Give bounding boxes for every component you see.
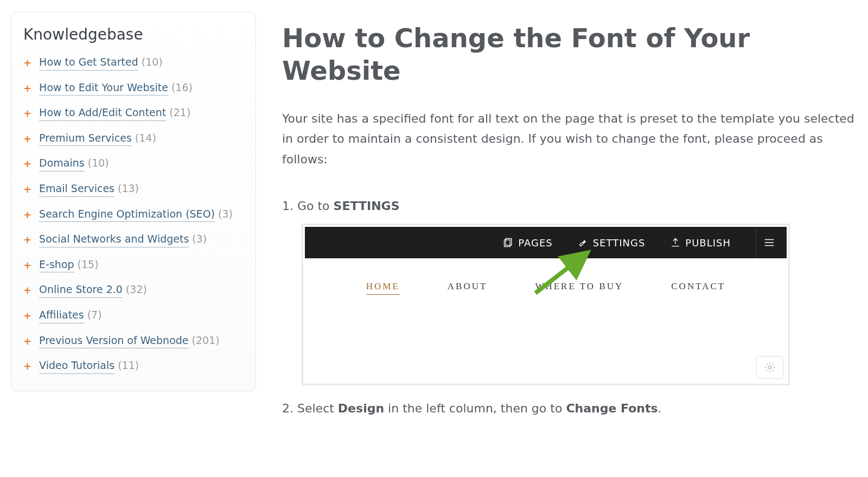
kb-item-premium-services[interactable]: + Premium Services (14) [23, 126, 244, 151]
kb-item-seo[interactable]: + Search Engine Optimization (SEO) (3) [23, 202, 244, 227]
editor-topbar: PAGES SETTINGS PUBLISH [305, 227, 787, 258]
kb-link[interactable]: Premium Services [39, 131, 132, 147]
preview-settings-button[interactable] [756, 356, 783, 379]
hamburger-icon [763, 237, 775, 249]
kb-link[interactable]: Social Networks and Widgets [39, 232, 189, 247]
site-preview-nav: HOME ABOUT WHERE TO BUY CONTACT [305, 281, 787, 295]
kb-count: (13) [118, 181, 139, 196]
step-2-bold-design: Design [338, 402, 384, 415]
kb-count: (10) [142, 55, 163, 69]
kb-count: (16) [171, 80, 193, 95]
topbar-settings-label: SETTINGS [593, 237, 646, 249]
kb-link[interactable]: How to Edit Your Website [39, 80, 168, 96]
step-2-prefix: 2. Select [282, 402, 338, 415]
nav-contact[interactable]: CONTACT [671, 281, 725, 295]
upload-icon [670, 237, 681, 248]
expand-icon[interactable]: + [23, 182, 31, 196]
sidebar-title: Knowledgebase [23, 26, 244, 43]
knowledgebase-sidebar: Knowledgebase + How to Get Started (10) … [11, 12, 256, 391]
expand-icon[interactable]: + [23, 359, 31, 373]
screenshot-settings: PAGES SETTINGS PUBLISH HOME [302, 224, 790, 385]
kb-link[interactable]: Previous Version of Webnode [39, 333, 188, 349]
article-title: How to Change the Font of Your Website [282, 22, 857, 87]
kb-count: (15) [78, 257, 99, 272]
topbar-menu-button[interactable] [756, 227, 782, 258]
svg-point-4 [768, 366, 771, 369]
expand-icon[interactable]: + [23, 258, 31, 272]
expand-icon[interactable]: + [23, 56, 31, 69]
kb-item-email-services[interactable]: + Email Services (13) [23, 176, 244, 202]
expand-icon[interactable]: + [23, 81, 31, 95]
expand-icon[interactable]: + [23, 309, 31, 322]
kb-link[interactable]: Email Services [39, 181, 114, 197]
kb-count: (32) [126, 282, 147, 297]
step-2-bold-change-fonts: Change Fonts [566, 402, 658, 415]
kb-item-domains[interactable]: + Domains (10) [23, 151, 244, 176]
kb-item-add-edit-content[interactable]: + How to Add/Edit Content (21) [23, 100, 244, 126]
nav-about[interactable]: ABOUT [448, 281, 488, 295]
expand-icon[interactable]: + [23, 233, 31, 246]
kb-count: (11) [118, 358, 139, 373]
kb-link[interactable]: Domains [39, 156, 85, 171]
kb-item-previous-version[interactable]: + Previous Version of Webnode (201) [23, 328, 244, 354]
kb-link[interactable]: Search Engine Optimization (SEO) [39, 207, 215, 222]
expand-icon[interactable]: + [23, 157, 31, 170]
kb-count: (14) [135, 131, 156, 145]
kb-count: (21) [169, 105, 190, 120]
kb-link[interactable]: Affiliates [39, 308, 84, 323]
kb-item-online-store[interactable]: + Online Store 2.0 (32) [23, 277, 244, 303]
kb-count: (10) [88, 156, 109, 170]
step-1-prefix: 1. Go to [282, 199, 334, 213]
topbar-publish-label: PUBLISH [685, 237, 731, 249]
kb-link[interactable]: Video Tutorials [39, 358, 114, 374]
kb-count: (7) [87, 308, 102, 322]
topbar-pages[interactable]: PAGES [503, 237, 552, 249]
topbar-settings[interactable]: SETTINGS [578, 237, 646, 249]
kb-link[interactable]: Online Store 2.0 [39, 282, 123, 298]
kb-item-edit-website[interactable]: + How to Edit Your Website (16) [23, 75, 244, 101]
kb-item-get-started[interactable]: + How to Get Started (10) [23, 50, 244, 75]
topbar-publish[interactable]: PUBLISH [670, 237, 731, 249]
kb-link[interactable]: E-shop [39, 257, 74, 273]
step-2: 2. Select Design in the left column, the… [282, 402, 857, 415]
kb-count: (3) [192, 232, 207, 246]
expand-icon[interactable]: + [23, 132, 31, 145]
step-2-suffix: . [658, 402, 662, 415]
kb-item-eshop[interactable]: + E-shop (15) [23, 252, 244, 278]
kb-count: (201) [192, 333, 220, 348]
kb-item-social-widgets[interactable]: + Social Networks and Widgets (3) [23, 227, 244, 252]
kb-item-affiliates[interactable]: + Affiliates (7) [23, 303, 244, 328]
nav-home[interactable]: HOME [366, 281, 400, 295]
article-lead: Your site has a specified font for all t… [282, 109, 857, 169]
article: How to Change the Font of Your Website Y… [256, 12, 857, 425]
expand-icon[interactable]: + [23, 283, 31, 297]
step-1: 1. Go to SETTINGS [282, 199, 857, 213]
kb-count: (3) [218, 207, 233, 221]
topbar-pages-label: PAGES [518, 237, 552, 249]
nav-where-to-buy[interactable]: WHERE TO BUY [535, 281, 623, 295]
kb-link[interactable]: How to Add/Edit Content [39, 105, 166, 121]
step-2-mid: in the left column, then go to [384, 402, 566, 415]
pages-icon [503, 237, 514, 248]
knowledgebase-list: + How to Get Started (10) + How to Edit … [23, 50, 244, 379]
kb-link[interactable]: How to Get Started [39, 55, 138, 71]
wrench-icon [578, 237, 589, 248]
expand-icon[interactable]: + [23, 208, 31, 221]
expand-icon[interactable]: + [23, 334, 31, 348]
gear-icon [764, 361, 776, 373]
expand-icon[interactable]: + [23, 106, 31, 120]
step-1-bold: SETTINGS [334, 199, 400, 213]
kb-item-video-tutorials[interactable]: + Video Tutorials (11) [23, 353, 244, 379]
